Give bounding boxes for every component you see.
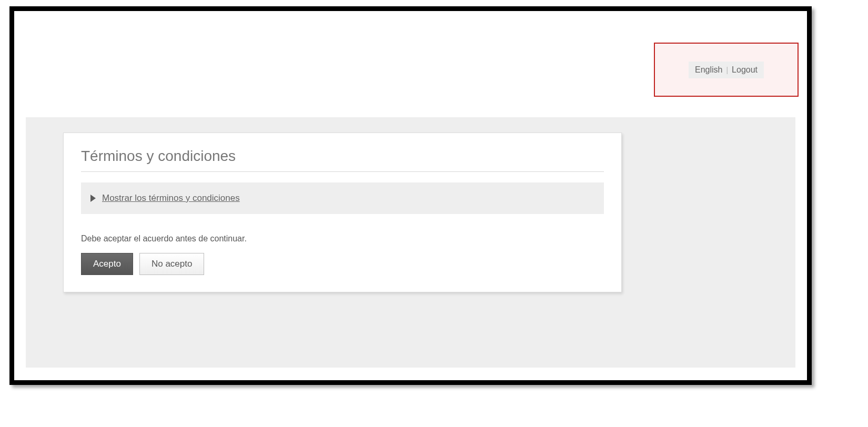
- terms-card: Términos y condiciones Mostrar los térmi…: [63, 133, 622, 292]
- app-window-frame: English | Logout Términos y condiciones …: [9, 6, 812, 385]
- instruction-text: Debe aceptar el acuerdo antes de continu…: [81, 234, 604, 243]
- language-logout-highlight: English | Logout: [654, 43, 799, 97]
- language-link[interactable]: English: [695, 65, 722, 75]
- logout-link[interactable]: Logout: [732, 65, 758, 75]
- header-actions: English | Logout: [689, 62, 764, 78]
- content-area: Términos y condiciones Mostrar los térmi…: [26, 117, 795, 368]
- page-title: Términos y condiciones: [81, 148, 604, 172]
- app-window: English | Logout Términos y condiciones …: [14, 11, 807, 380]
- separator: |: [726, 66, 728, 74]
- expand-terms-link[interactable]: Mostrar los términos y condiciones: [102, 193, 240, 204]
- expand-terms-bar[interactable]: Mostrar los términos y condiciones: [81, 182, 604, 214]
- decline-button[interactable]: No acepto: [139, 253, 205, 275]
- chevron-right-icon: [90, 195, 96, 202]
- accept-button[interactable]: Acepto: [81, 253, 133, 275]
- action-buttons: Acepto No acepto: [81, 253, 604, 275]
